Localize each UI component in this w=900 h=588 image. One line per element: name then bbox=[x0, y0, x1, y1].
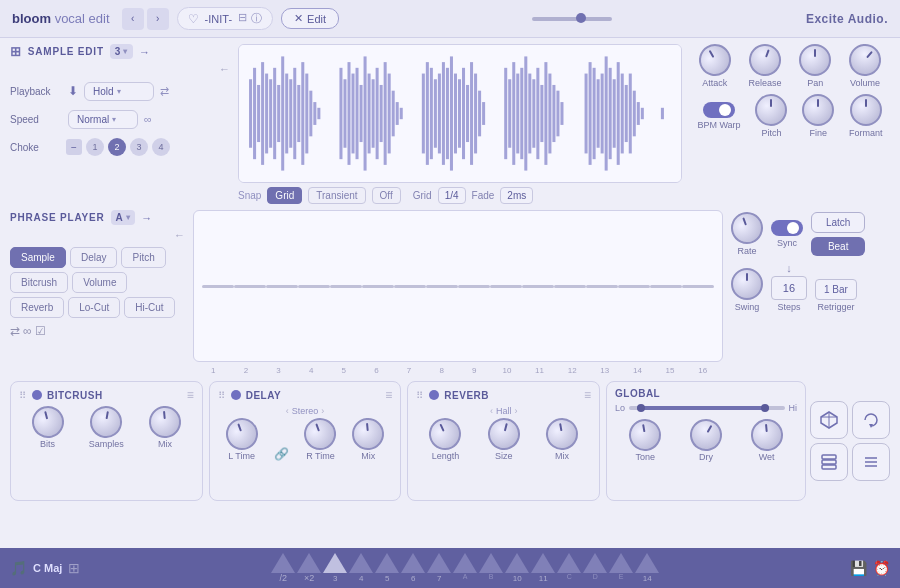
swing-knob[interactable] bbox=[731, 268, 763, 300]
note-key-c[interactable]: C bbox=[557, 553, 581, 583]
phrase-forward-btn[interactable]: → bbox=[141, 212, 153, 224]
step-7[interactable] bbox=[394, 285, 426, 288]
step-16[interactable] bbox=[682, 285, 714, 288]
note-key-5[interactable]: 5 bbox=[375, 553, 399, 583]
ltime-knob[interactable] bbox=[221, 413, 262, 454]
snap-off-btn[interactable]: Off bbox=[372, 187, 401, 204]
snap-transient-btn[interactable]: Transient bbox=[308, 187, 365, 204]
fade-value[interactable]: 2ms bbox=[500, 187, 533, 204]
sample-forward-btn[interactable]: → bbox=[139, 46, 151, 58]
dry-knob[interactable] bbox=[684, 413, 728, 457]
step-13[interactable] bbox=[586, 285, 618, 288]
note-key-6[interactable]: 6 bbox=[401, 553, 425, 583]
save-bottom-icon[interactable]: 💾 bbox=[850, 560, 867, 576]
size-knob[interactable] bbox=[484, 414, 523, 453]
note-key-14[interactable]: 14 bbox=[635, 553, 659, 583]
length-knob[interactable] bbox=[424, 413, 467, 456]
attack-knob[interactable] bbox=[693, 38, 737, 82]
choke-1[interactable]: 1 bbox=[86, 138, 104, 156]
note-key-b[interactable]: B bbox=[479, 553, 503, 583]
snap-grid-btn[interactable]: Grid bbox=[267, 187, 302, 204]
swap-icon[interactable]: ⇄ bbox=[160, 85, 169, 98]
hi-handle[interactable] bbox=[761, 404, 769, 412]
step-1[interactable] bbox=[202, 285, 234, 288]
note-key-a[interactable]: A bbox=[453, 553, 477, 583]
step-4[interactable] bbox=[298, 285, 330, 288]
speed-dropdown[interactable]: Normal ▾ bbox=[68, 110, 138, 129]
phrase-inf-icon[interactable]: ∞ bbox=[23, 324, 32, 338]
reverb-mix-knob[interactable] bbox=[543, 415, 580, 452]
link-icon[interactable]: 🔗 bbox=[274, 447, 289, 461]
rate-knob[interactable] bbox=[726, 207, 767, 248]
bitcrush-mix-knob[interactable] bbox=[148, 405, 183, 440]
step-14[interactable] bbox=[618, 285, 650, 288]
bpm-warp-toggle[interactable] bbox=[703, 102, 735, 118]
note-key-10[interactable]: 10 bbox=[505, 553, 529, 583]
reverb-settings-icon[interactable]: ≡ bbox=[584, 388, 591, 402]
note-key-11[interactable]: 11 bbox=[531, 553, 555, 583]
info-icon[interactable]: ⓘ bbox=[251, 11, 262, 26]
waveform-display[interactable] bbox=[238, 44, 682, 183]
wet-knob[interactable] bbox=[749, 418, 784, 453]
step-10[interactable] bbox=[490, 285, 522, 288]
note-key-4[interactable]: 4 bbox=[349, 553, 373, 583]
delay-mix-knob[interactable] bbox=[351, 417, 386, 452]
note-key-1[interactable]: /2 bbox=[271, 553, 295, 583]
edit-button[interactable]: ✕ Edit bbox=[281, 8, 339, 29]
latch-button[interactable]: Latch bbox=[811, 212, 865, 233]
samples-knob[interactable] bbox=[88, 403, 125, 440]
sync-toggle[interactable] bbox=[771, 220, 803, 236]
nav-next[interactable]: › bbox=[147, 8, 169, 30]
delay-next-btn[interactable]: › bbox=[321, 406, 324, 416]
reverb-next-btn[interactable]: › bbox=[514, 406, 517, 416]
step-9[interactable] bbox=[458, 285, 490, 288]
pan-knob[interactable] bbox=[799, 44, 831, 76]
playback-dropdown[interactable]: Hold ▾ bbox=[84, 82, 154, 101]
tab-hicut[interactable]: Hi-Cut bbox=[124, 297, 174, 318]
note-key-3[interactable]: 3 bbox=[323, 553, 347, 583]
bits-knob[interactable] bbox=[28, 402, 67, 441]
lo-handle[interactable] bbox=[637, 404, 645, 412]
beat-button[interactable]: Beat bbox=[811, 237, 865, 256]
choke-4[interactable]: 4 bbox=[152, 138, 170, 156]
note-key-d[interactable]: D bbox=[583, 553, 607, 583]
delay-settings-icon[interactable]: ≡ bbox=[385, 388, 392, 402]
infinity-icon[interactable]: ∞ bbox=[144, 113, 152, 125]
save-icon[interactable]: ⊟ bbox=[238, 11, 247, 26]
step-6[interactable] bbox=[362, 285, 394, 288]
volume-knob[interactable] bbox=[843, 37, 888, 82]
tone-knob[interactable] bbox=[627, 416, 664, 453]
phrase-back-btn[interactable]: ← bbox=[174, 229, 185, 241]
tab-reverb[interactable]: Reverb bbox=[10, 297, 64, 318]
step-grid[interactable] bbox=[193, 210, 723, 362]
clock-bottom-icon[interactable]: ⏰ bbox=[873, 560, 890, 576]
tab-pitch[interactable]: Pitch bbox=[121, 247, 165, 268]
step-15[interactable] bbox=[650, 285, 682, 288]
tab-volume[interactable]: Volume bbox=[72, 272, 127, 293]
choke-3[interactable]: 3 bbox=[130, 138, 148, 156]
note-key-2[interactable]: ×2 bbox=[297, 553, 321, 583]
step-11[interactable] bbox=[522, 285, 554, 288]
steps-box[interactable]: 16 bbox=[771, 276, 807, 300]
counter-dropdown-icon[interactable]: ▾ bbox=[123, 47, 128, 56]
step-3[interactable] bbox=[266, 285, 298, 288]
lo-hi-slider[interactable] bbox=[629, 406, 784, 410]
cube-icon-btn[interactable] bbox=[810, 401, 848, 439]
note-key-7[interactable]: 7 bbox=[427, 553, 451, 583]
step-2[interactable] bbox=[234, 285, 266, 288]
choke-minus-btn[interactable]: − bbox=[66, 139, 82, 155]
retrigger-box[interactable]: 1 Bar bbox=[815, 279, 857, 300]
note-key-e[interactable]: E bbox=[609, 553, 633, 583]
rtime-knob[interactable] bbox=[300, 413, 341, 454]
bitcrush-settings-icon[interactable]: ≡ bbox=[187, 388, 194, 402]
nav-prev[interactable]: ‹ bbox=[122, 8, 144, 30]
step-12[interactable] bbox=[554, 285, 586, 288]
phrase-check-icon[interactable]: ☑ bbox=[35, 324, 46, 338]
formant-knob[interactable] bbox=[850, 94, 882, 126]
release-knob[interactable] bbox=[745, 39, 786, 80]
tab-sample[interactable]: Sample bbox=[10, 247, 66, 268]
tab-bitcrush[interactable]: Bitcrush bbox=[10, 272, 68, 293]
master-volume-slider[interactable] bbox=[532, 17, 612, 21]
delay-prev-btn[interactable]: ‹ bbox=[286, 406, 289, 416]
layers-icon-btn[interactable] bbox=[810, 443, 848, 481]
